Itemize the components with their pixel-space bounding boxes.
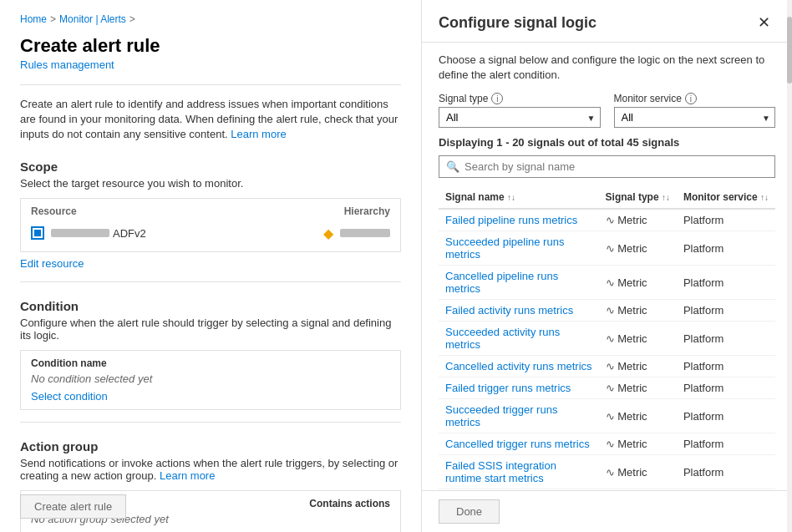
signal-type-cell: ∿ Metric [599, 377, 677, 399]
filters-row: Signal type i All ▼ Monitor service i [439, 93, 775, 128]
table-row: Failed SSIS integration runtime start me… [439, 455, 775, 489]
table-row: Failed pipeline runs metrics∿ MetricPlat… [439, 209, 775, 231]
monitor-service-cell: Platform [677, 322, 775, 356]
breadcrumb-sep1: > [50, 13, 56, 25]
breadcrumb: Home > Monitor | Alerts > [20, 13, 401, 25]
metric-icon: ∿ [606, 304, 618, 317]
monitor-service-cell: Platform [677, 399, 775, 433]
resource-icon [31, 226, 44, 240]
metric-icon: ∿ [606, 382, 618, 394]
breadcrumb-monitor[interactable]: Monitor | Alerts [59, 13, 126, 25]
signal-name-link[interactable]: Failed activity runs metrics [445, 304, 573, 317]
signal-name-cell: Cancelled activity runs metrics [439, 356, 599, 377]
signal-name-link[interactable]: Succeeded trigger runs metrics [445, 403, 557, 428]
resource-name-bar [51, 229, 109, 237]
table-row: Succeeded activity runs metrics∿ MetricP… [439, 322, 775, 356]
signal-name-link[interactable]: Failed trigger runs metrics [445, 382, 571, 394]
learn-more-action[interactable]: Learn more [160, 469, 215, 482]
scope-box: Resource Hierarchy ADFv2 ◆ [20, 198, 401, 252]
monitor-service-cell: Platform [677, 300, 775, 322]
signal-type-info-icon: i [491, 93, 503, 104]
signal-type-value: Metric [617, 276, 647, 289]
col-signal-name[interactable]: Signal name ↑↓ [439, 186, 599, 209]
monitor-service-cell: Platform [677, 356, 775, 377]
signal-type-select-wrapper: All ▼ [439, 107, 601, 128]
right-body: Choose a signal below and configure the … [422, 43, 792, 490]
hierarchy-col-header: Hierarchy [344, 205, 390, 217]
signal-name-link[interactable]: Succeeded pipeline runs metrics [445, 236, 564, 261]
signal-name-link[interactable]: Cancelled trigger runs metrics [445, 438, 590, 450]
signal-name-link[interactable]: Failed SSIS integration runtime start me… [445, 459, 556, 484]
signal-name-link[interactable]: Cancelled activity runs metrics [445, 360, 592, 372]
col-signal-type[interactable]: Signal type ↑↓ [599, 186, 677, 209]
monitor-service-cell: Platform [677, 455, 775, 489]
table-row: Cancelled activity runs metrics∿ MetricP… [439, 356, 775, 377]
metric-icon: ∿ [606, 438, 618, 450]
monitor-service-cell: Platform [677, 377, 775, 399]
signals-table: Signal name ↑↓ Signal type ↑↓ Monitor se… [439, 186, 775, 490]
signal-name-sort-icon: ↑↓ [507, 193, 515, 202]
signal-type-cell: ∿ Metric [599, 356, 677, 377]
signal-type-sort-icon: ↑↓ [662, 193, 670, 202]
table-row: Cancelled trigger runs metrics∿ MetricPl… [439, 433, 775, 455]
signal-type-label: Signal type [439, 93, 488, 104]
right-panel-title: Configure signal logic [439, 14, 597, 32]
metric-icon: ∿ [606, 276, 618, 289]
resource-name-suffix: ADFv2 [113, 227, 146, 240]
signal-name-cell: Failed activity runs metrics [439, 300, 599, 322]
signal-type-value: Metric [617, 304, 647, 317]
close-button[interactable]: ✕ [753, 12, 775, 33]
monitor-service-cell: Platform [677, 266, 775, 300]
signal-name-cell: Cancelled trigger runs metrics [439, 433, 599, 455]
table-row: Succeeded trigger runs metrics∿ MetricPl… [439, 399, 775, 433]
signal-type-filter: Signal type i All ▼ [439, 93, 601, 128]
table-header-row: Signal name ↑↓ Signal type ↑↓ Monitor se… [439, 186, 775, 209]
signal-name-cell: Succeeded activity runs metrics [439, 322, 599, 356]
breadcrumb-home[interactable]: Home [20, 13, 47, 25]
signal-type-value: Metric [617, 242, 647, 255]
action-group-desc: Send notifications or invoke actions whe… [20, 457, 401, 482]
signal-type-value: Metric [617, 410, 647, 423]
condition-title: Condition [20, 299, 401, 313]
search-icon: 🔍 [446, 160, 459, 173]
condition-desc: Configure when the alert rule should tri… [20, 317, 401, 342]
signal-name-link[interactable]: Succeeded activity runs metrics [445, 326, 560, 351]
scrollbar-right[interactable] [787, 0, 792, 532]
signal-type-value: Metric [617, 360, 647, 372]
monitor-service-select[interactable]: All [614, 107, 776, 128]
monitor-service-info-icon: i [685, 93, 697, 104]
search-box[interactable]: 🔍 [439, 155, 775, 178]
signal-name-cell: Failed trigger runs metrics [439, 377, 599, 399]
table-row: Failed trigger runs metrics∿ MetricPlatf… [439, 377, 775, 399]
left-panel: Home > Monitor | Alerts > Create alert r… [0, 0, 422, 532]
signal-type-cell: ∿ Metric [599, 399, 677, 433]
resource-row: ADFv2 ◆ [31, 222, 390, 245]
signal-type-cell: ∿ Metric [599, 231, 677, 266]
signal-type-value: Metric [617, 466, 647, 479]
signal-name-cell: Succeeded pipeline runs metrics [439, 231, 599, 266]
rules-management-link[interactable]: Rules management [20, 58, 401, 71]
col-monitor-service[interactable]: Monitor service ↑↓ [677, 186, 775, 209]
select-condition-link[interactable]: Select condition [31, 390, 108, 403]
done-button[interactable]: Done [439, 499, 500, 524]
search-input[interactable] [465, 160, 768, 173]
condition-box: Condition name No condition selected yet… [20, 350, 401, 410]
no-condition-text: No condition selected yet [31, 372, 390, 385]
metric-icon: ∿ [606, 466, 618, 479]
signals-table-container: Signal name ↑↓ Signal type ↑↓ Monitor se… [439, 186, 775, 490]
signal-name-link[interactable]: Cancelled pipeline runs metrics [445, 270, 558, 295]
create-alert-rule-button[interactable]: Create alert rule [20, 494, 126, 519]
metric-icon: ∿ [606, 332, 618, 345]
metric-icon: ∿ [606, 214, 618, 226]
hierarchy-bar [340, 229, 390, 237]
metric-icon: ∿ [606, 360, 618, 372]
condition-name-label: Condition name [31, 357, 390, 369]
signal-name-link[interactable]: Failed pipeline runs metrics [445, 214, 577, 226]
signal-type-select[interactable]: All [439, 107, 601, 128]
signals-count: Displaying 1 - 20 signals out of total 4… [439, 136, 775, 149]
right-description: Choose a signal below and configure the … [439, 53, 775, 83]
learn-more-link-main[interactable]: Learn more [231, 128, 286, 140]
scrollbar-thumb [787, 17, 792, 84]
table-row: Cancelled pipeline runs metrics∿ MetricP… [439, 266, 775, 300]
edit-resource-link[interactable]: Edit resource [20, 257, 401, 270]
